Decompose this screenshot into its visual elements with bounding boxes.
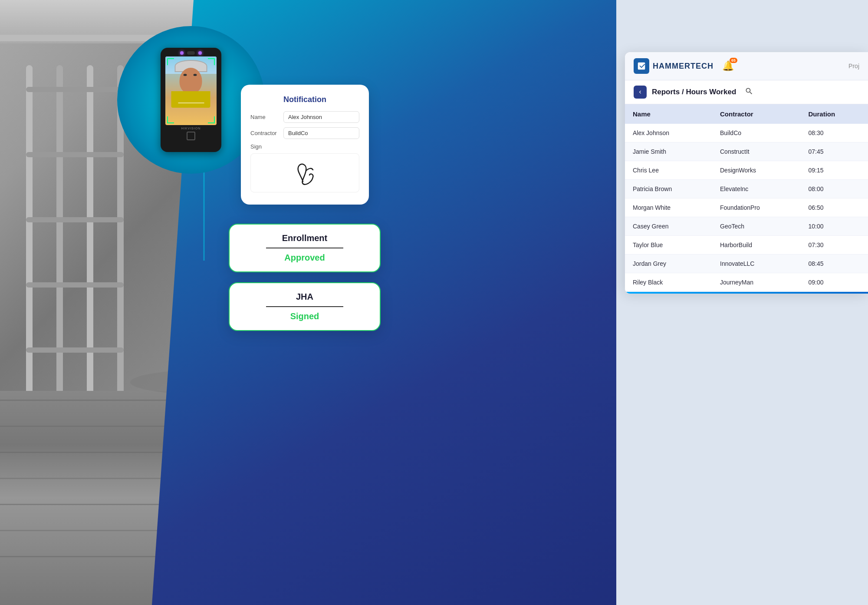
breadcrumb-text: Reports / Hours Worked: [652, 88, 736, 96]
camera-fingerprint: [187, 132, 195, 140]
camera-device: HIKVISION: [161, 48, 221, 152]
enrollment-title: Enrollment: [240, 233, 369, 243]
cell-name: Morgan White: [625, 198, 712, 217]
cell-name: Patricia Brown: [625, 180, 712, 198]
table-row[interactable]: Jamie SmithConstructIt07:45: [625, 142, 868, 161]
contractor-field: Contractor BuildCo: [250, 127, 359, 139]
col-duration: Duration: [801, 104, 868, 124]
hours-table: Name Contractor Duration Alex JohnsonBui…: [625, 104, 868, 292]
jha-divider: [266, 306, 344, 307]
cell-contractor: InnovateLLC: [712, 255, 801, 273]
table-row[interactable]: Jordan GreyInnovateLLC08:45: [625, 255, 868, 273]
cell-duration: 07:45: [801, 142, 868, 161]
corner-bracket-br: [208, 116, 215, 123]
cell-contractor: FoundationPro: [712, 198, 801, 217]
notification-bell[interactable]: 🔔 65: [722, 60, 734, 72]
cell-duration: 08:45: [801, 255, 868, 273]
search-button[interactable]: [745, 87, 753, 97]
notification-card: Notification Name Alex Johnson Contracto…: [241, 85, 369, 205]
camera-lens: [187, 51, 195, 55]
cell-duration: 08:30: [801, 124, 868, 142]
cell-duration: 10:00: [801, 217, 868, 236]
cell-contractor: JourneyMan: [712, 273, 801, 292]
table-row[interactable]: Alex JohnsonBuildCo08:30: [625, 124, 868, 142]
hammertech-logo-svg: [637, 61, 646, 71]
sensor-dot-right: [198, 51, 202, 55]
cell-name: Jordan Grey: [625, 255, 712, 273]
breadcrumb-bar: Reports / Hours Worked: [625, 80, 868, 104]
table-row[interactable]: Casey GreenGeoTech10:00: [625, 217, 868, 236]
hammertech-icon: [634, 58, 649, 74]
sensor-dot-left: [180, 51, 184, 55]
cell-name: Taylor Blue: [625, 236, 712, 255]
panel-footer: [625, 292, 868, 294]
hammertech-logo: HAMMERTECH: [634, 58, 713, 74]
corner-bracket-tr: [208, 58, 215, 65]
search-icon: [745, 87, 753, 96]
cell-name: Jamie Smith: [625, 142, 712, 161]
signature-svg: [288, 158, 322, 188]
cell-contractor: BuildCo: [712, 124, 801, 142]
enrollment-card: Enrollment Approved: [229, 224, 381, 272]
contractor-input[interactable]: BuildCo: [283, 127, 359, 139]
enrollment-status: Approved: [240, 253, 369, 263]
name-input[interactable]: Alex Johnson: [283, 111, 359, 123]
contractor-label: Contractor: [250, 130, 280, 136]
panel-header: HAMMERTECH 🔔 65 Proj: [625, 52, 868, 80]
jha-status: Signed: [240, 311, 369, 321]
camera-sensors: [180, 51, 202, 55]
table-header-row: Name Contractor Duration: [625, 104, 868, 124]
cell-name: Casey Green: [625, 217, 712, 236]
signature-area: [250, 153, 359, 192]
col-contractor: Contractor: [712, 104, 801, 124]
table-row[interactable]: Morgan WhiteFoundationPro06:50: [625, 198, 868, 217]
sign-label: Sign: [250, 143, 359, 150]
content-area: HIKVISION Notification Name Alex Johnson…: [0, 0, 868, 605]
table-row[interactable]: Patricia BrownElevateInc08:00: [625, 180, 868, 198]
corner-bracket-bl: [167, 116, 174, 123]
cell-name: Riley Black: [625, 273, 712, 292]
table-header: Name Contractor Duration: [625, 104, 868, 124]
cell-duration: 07:30: [801, 236, 868, 255]
table-row[interactable]: Riley BlackJourneyMan09:00: [625, 273, 868, 292]
cell-name: Chris Lee: [625, 161, 712, 180]
cell-contractor: HarborBuild: [712, 236, 801, 255]
cell-contractor: ConstructIt: [712, 142, 801, 161]
notification-badge: 65: [730, 58, 737, 63]
enrollment-divider: [266, 248, 344, 248]
hammertech-name: HAMMERTECH: [653, 62, 713, 71]
cell-contractor: ElevateInc: [712, 180, 801, 198]
table-body: Alex JohnsonBuildCo08:30Jamie SmithConst…: [625, 124, 868, 292]
hammertech-panel: HAMMERTECH 🔔 65 Proj Reports / Hours Wor…: [625, 52, 868, 294]
project-label: Proj: [848, 63, 859, 69]
jha-card: JHA Signed: [229, 282, 381, 331]
corner-bracket-tl: [167, 58, 174, 65]
cell-duration: 08:00: [801, 180, 868, 198]
col-name: Name: [625, 104, 712, 124]
cell-contractor: DesignWorks: [712, 161, 801, 180]
name-field: Name Alex Johnson: [250, 111, 359, 123]
back-arrow-icon: [637, 89, 643, 95]
cell-duration: 09:15: [801, 161, 868, 180]
table-row[interactable]: Taylor BlueHarborBuild07:30: [625, 236, 868, 255]
notification-title: Notification: [250, 95, 359, 104]
cell-duration: 09:00: [801, 273, 868, 292]
table-row[interactable]: Chris LeeDesignWorks09:15: [625, 161, 868, 180]
camera-screen: [165, 56, 217, 125]
cell-duration: 06:50: [801, 198, 868, 217]
camera-brand-label: HIKVISION: [181, 127, 201, 130]
cell-contractor: GeoTech: [712, 217, 801, 236]
name-label: Name: [250, 114, 280, 120]
jha-title: JHA: [240, 292, 369, 302]
back-button[interactable]: [634, 86, 647, 99]
cell-name: Alex Johnson: [625, 124, 712, 142]
